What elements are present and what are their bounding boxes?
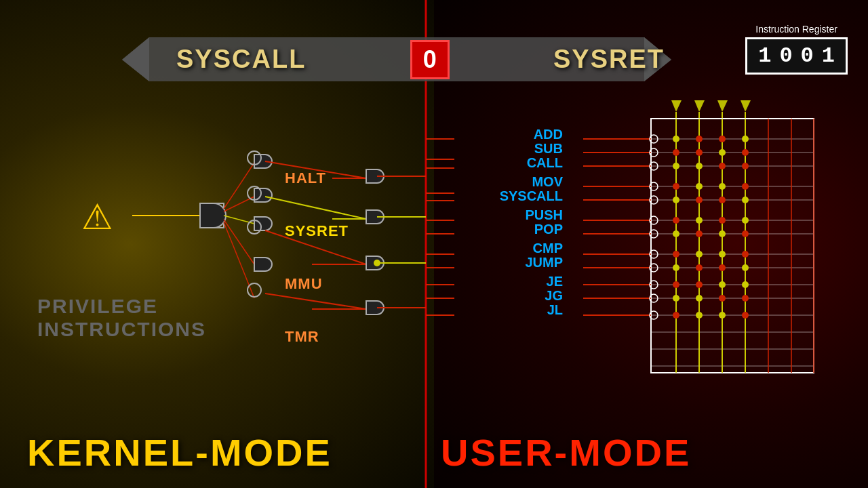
ir-label: Instruction Register xyxy=(755,24,837,35)
kernel-background xyxy=(0,0,434,488)
warning-icon: ⚠ xyxy=(81,197,113,237)
ir-digit-1: 0 xyxy=(779,43,792,68)
ir-digit-2: 0 xyxy=(801,43,814,68)
ir-box: 1 0 0 1 xyxy=(745,37,848,75)
ir-digit-3: 1 xyxy=(822,43,835,68)
instruction-register: Instruction Register 1 0 0 1 xyxy=(745,24,848,75)
ir-digit-0: 1 xyxy=(758,43,771,68)
